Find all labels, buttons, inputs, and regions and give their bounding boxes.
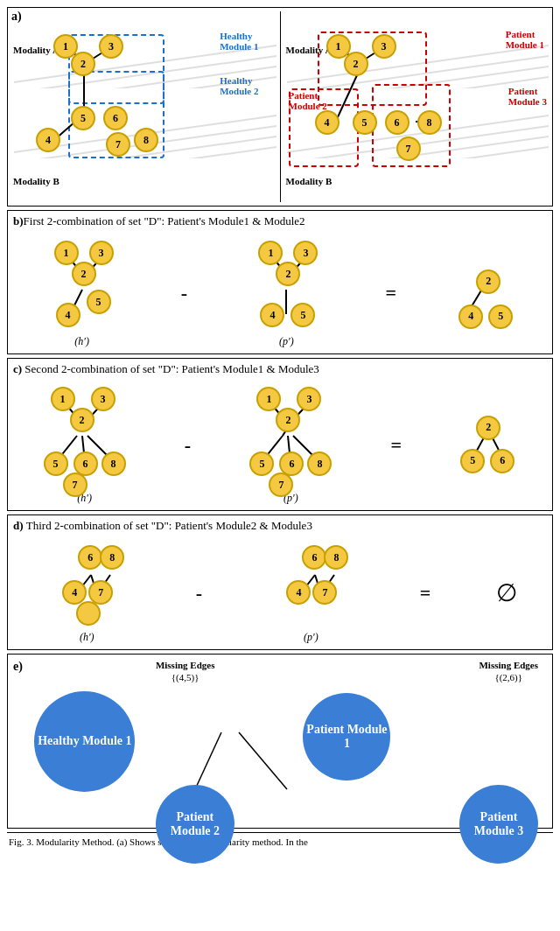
d-pprime-col: 6 8 4 7 (p') <box>267 542 354 644</box>
b-pprime-label: (p') <box>279 335 294 348</box>
b-r-n5: 5 <box>488 304 513 329</box>
d-h-n6: 6 <box>78 545 102 570</box>
node-8-left: 8 <box>134 128 158 152</box>
svg-line-37 <box>239 732 287 789</box>
b-h-n5: 5 <box>87 290 111 314</box>
section-c-graph-row: 1 3 2 5 6 8 7 (h') - <box>13 380 547 507</box>
section-b-title: b)First 2-combination of set "D": Patien… <box>13 214 547 228</box>
modality-b-label-right: Modality B <box>286 176 332 186</box>
e-healthy-module-1: Healthy Module 1 <box>34 691 135 792</box>
c-hprime-col: 1 3 2 5 6 8 7 (h') <box>37 385 133 505</box>
b-hprime-label: (h') <box>74 335 89 348</box>
d-equals-op: = <box>415 582 437 605</box>
e-patient-module-3: Patient Module 3 <box>459 785 538 864</box>
b-result-col: 2 4 5 <box>452 245 522 341</box>
c-r-n5: 5 <box>460 449 485 473</box>
node-5-left: 5 <box>71 106 95 130</box>
e-left-panel: Healthy Module 1 <box>28 660 142 822</box>
node-4-right: 4 <box>315 110 340 135</box>
section-b-text: First 2-combination of set "D": Patient'… <box>24 214 305 228</box>
panel-patient: Modality A Modality B PatientModule 1 Pa… <box>284 27 550 202</box>
section-b-label: b) <box>13 214 24 228</box>
e-patient-module-2: Patient Module 2 <box>156 785 234 864</box>
e-missing-2-label: Missing Edges <box>479 660 538 670</box>
c-h-n1: 1 <box>51 387 75 411</box>
section-d: d) Third 2-combination of set "D": Patie… <box>7 514 553 650</box>
b-h-n2: 2 <box>72 262 96 286</box>
section-d-label: d) <box>13 519 26 532</box>
main-container: a) Modality A Modality B H <box>0 0 560 858</box>
d-hprime-col: 6 8 4 7 (h') <box>43 542 130 644</box>
b-pprime-graph: 1 3 2 4 5 <box>242 237 330 333</box>
c-h-n7: 7 <box>63 472 88 497</box>
d-hprime-graph: 6 8 4 7 <box>43 542 130 629</box>
b-minus-op: - <box>176 282 192 304</box>
e-missing-1-value: {(4,5)} <box>172 672 200 682</box>
c-minus-op: - <box>179 434 196 457</box>
section-c-label: c) <box>13 362 22 375</box>
c-result-svg <box>453 393 523 498</box>
e-missing-1-label: Missing Edges <box>156 660 215 670</box>
panel-healthy: Modality A Modality B HealthyModule 1 He… <box>11 27 276 202</box>
section-a-label: a) <box>11 10 22 24</box>
node-8-right: 8 <box>417 110 442 135</box>
section-b-graph-row: 1 3 2 4 5 (h') - 1 3 <box>13 232 547 350</box>
c-pprime-graph: 1 3 2 5 6 8 7 <box>242 385 339 490</box>
node-3-left: 3 <box>99 34 123 59</box>
node-5-right: 5 <box>353 110 377 135</box>
e-healthy-module-1-text: Healthy Module 1 <box>38 734 131 748</box>
section-d-text: Third 2-combination of set "D": Patient'… <box>26 519 312 532</box>
c-equals-op: = <box>386 434 408 457</box>
c-result-col: 2 5 6 <box>453 393 523 498</box>
e-missing-edges-1-col: Missing Edges {(4,5)} <box>156 660 215 682</box>
node-7-left: 7 <box>106 132 130 157</box>
section-a: a) Modality A Modality B H <box>7 7 553 206</box>
d-minus-op: - <box>191 582 207 605</box>
healthy-module-1-label: HealthyModule 1 <box>220 31 258 52</box>
d-h-n8: 8 <box>100 545 124 570</box>
d-h-n4: 4 <box>62 580 87 605</box>
d-result-empty: ∅ <box>496 578 517 607</box>
c-hprime-graph: 1 3 2 5 6 8 7 <box>37 385 133 490</box>
section-b: b)First 2-combination of set "D": Patien… <box>7 210 553 354</box>
node-2-right: 2 <box>344 52 368 76</box>
node-2-left: 2 <box>71 52 95 76</box>
b-pprime-col: 1 3 2 4 5 (p') <box>242 237 330 348</box>
e-missing-edges-2-col: Missing Edges {(2,6)} <box>479 660 538 682</box>
section-e: e) Healthy Module 1 Missing Edges {(4,5)… <box>7 654 553 829</box>
b-hprime-graph: 1 3 2 4 5 <box>38 237 126 333</box>
c-result-graph: 2 5 6 <box>453 393 523 498</box>
b-h-n3: 3 <box>89 241 114 265</box>
e-patient-module-1-text: Patient Module 1 <box>303 723 390 751</box>
d-hprime-label: (h') <box>80 631 94 644</box>
node-4-left: 4 <box>36 128 60 152</box>
d-pprime-label: (p') <box>304 631 318 644</box>
section-e-label: e) <box>13 660 23 674</box>
section-c: c) Second 2-combination of set "D": Pati… <box>7 358 553 511</box>
e-right-panel: Missing Edges {(4,5)} Missing Edges {(2,… <box>147 660 547 822</box>
node-3-right: 3 <box>372 34 396 59</box>
node-6-left: 6 <box>103 106 128 130</box>
c-h-n2: 2 <box>70 408 94 432</box>
c-pprime-col: 1 3 2 5 6 8 7 (p') <box>242 385 339 505</box>
e-patient-module-2-text: Patient Module 2 <box>156 810 234 838</box>
d-pprime-graph: 6 8 4 7 <box>267 542 354 629</box>
b-h-n1: 1 <box>54 241 79 265</box>
b-r-n4: 4 <box>458 304 483 329</box>
patient-module-3-label: PatientModule 3 <box>508 86 547 107</box>
d-h-n4b <box>76 601 101 626</box>
c-h-n5: 5 <box>44 452 68 476</box>
e-patient-module-3-text: Patient Module 3 <box>459 810 538 838</box>
b-hprime-col: 1 3 2 4 5 (h') <box>38 237 126 348</box>
patient-module-2-label: PatientModule 2 <box>289 90 327 111</box>
c-h-n3: 3 <box>91 387 116 411</box>
b-equals-op: = <box>381 282 402 304</box>
node-6-right: 6 <box>385 110 410 135</box>
c-r-n6: 6 <box>490 449 514 473</box>
patient-module-1-label: PatientModule 1 <box>506 29 544 50</box>
b-h-n4: 4 <box>56 303 80 327</box>
healthy-module-2-label: HealthyModule 2 <box>220 75 258 96</box>
d-result-col: ∅ <box>496 578 517 607</box>
b-r-n2: 2 <box>476 270 500 294</box>
modality-a-label-left: Modality A <box>13 45 60 55</box>
